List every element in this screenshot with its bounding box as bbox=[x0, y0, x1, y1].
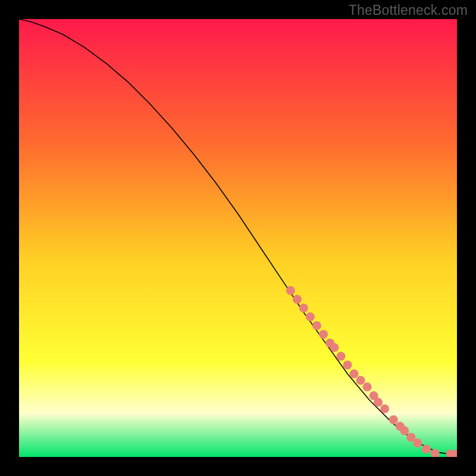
data-point bbox=[312, 321, 321, 330]
data-point bbox=[363, 383, 372, 392]
data-point bbox=[343, 361, 352, 369]
plot-area bbox=[19, 19, 457, 457]
data-point bbox=[299, 303, 308, 312]
data-point bbox=[286, 286, 295, 295]
data-point bbox=[400, 426, 409, 435]
data-point bbox=[330, 343, 339, 352]
data-point bbox=[337, 352, 346, 361]
data-point bbox=[380, 405, 389, 414]
chart-frame: TheBottleneck.com bbox=[0, 0, 476, 476]
data-point bbox=[319, 330, 328, 339]
watermark-text: TheBottleneck.com bbox=[349, 2, 468, 18]
data-point bbox=[413, 439, 422, 447]
gradient-background bbox=[19, 19, 457, 457]
chart-svg bbox=[19, 19, 457, 457]
data-point bbox=[356, 376, 365, 385]
data-point bbox=[389, 415, 398, 424]
data-point bbox=[350, 369, 359, 378]
data-point bbox=[422, 444, 431, 453]
data-point bbox=[374, 398, 383, 407]
data-point bbox=[293, 295, 302, 304]
data-point bbox=[306, 312, 315, 321]
